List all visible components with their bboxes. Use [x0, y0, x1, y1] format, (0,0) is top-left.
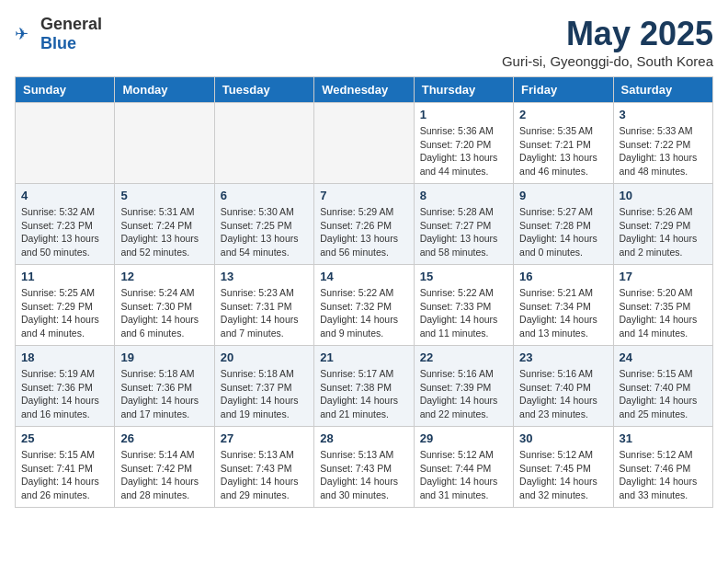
- day-number: 24: [620, 350, 707, 364]
- logo: ✈ General Blue: [15, 15, 102, 53]
- calendar-cell: 29Sunrise: 5:12 AM Sunset: 7:44 PM Dayli…: [414, 427, 513, 508]
- day-info: Sunrise: 5:29 AM Sunset: 7:26 PM Dayligh…: [320, 205, 407, 259]
- calendar-cell: 24Sunrise: 5:15 AM Sunset: 7:40 PM Dayli…: [613, 346, 712, 427]
- day-info: Sunrise: 5:28 AM Sunset: 7:27 PM Dayligh…: [420, 205, 507, 259]
- day-number: 13: [221, 270, 308, 283]
- calendar-cell: 22Sunrise: 5:16 AM Sunset: 7:39 PM Dayli…: [414, 346, 513, 427]
- day-number: 23: [519, 350, 607, 364]
- calendar-cell: 31Sunrise: 5:12 AM Sunset: 7:46 PM Dayli…: [613, 427, 712, 508]
- calendar-subtitle: Guri-si, Gyeonggi-do, South Korea: [502, 53, 713, 69]
- calendar-cell: 14Sunrise: 5:22 AM Sunset: 7:32 PM Dayli…: [314, 265, 414, 346]
- day-number: 27: [221, 431, 308, 445]
- header-wednesday: Wednesday: [314, 77, 414, 103]
- logo-icon: ✈: [15, 23, 37, 45]
- day-number: 19: [120, 350, 208, 364]
- calendar-cell: 16Sunrise: 5:21 AM Sunset: 7:34 PM Dayli…: [514, 265, 613, 346]
- day-number: 17: [620, 270, 707, 283]
- calendar-cell: 13Sunrise: 5:23 AM Sunset: 7:31 PM Dayli…: [214, 265, 313, 346]
- day-number: 9: [519, 189, 607, 202]
- day-info: Sunrise: 5:23 AM Sunset: 7:31 PM Dayligh…: [221, 286, 308, 340]
- calendar-cell: 3Sunrise: 5:33 AM Sunset: 7:22 PM Daylig…: [613, 103, 712, 184]
- day-number: 3: [620, 108, 707, 121]
- day-info: Sunrise: 5:22 AM Sunset: 7:32 PM Dayligh…: [320, 286, 407, 340]
- logo-general: General: [40, 15, 102, 33]
- day-info: Sunrise: 5:25 AM Sunset: 7:29 PM Dayligh…: [21, 286, 108, 340]
- day-info: Sunrise: 5:18 AM Sunset: 7:36 PM Dayligh…: [120, 367, 208, 421]
- day-number: 25: [21, 431, 108, 445]
- calendar-cell: 27Sunrise: 5:13 AM Sunset: 7:43 PM Dayli…: [214, 427, 313, 508]
- day-info: Sunrise: 5:20 AM Sunset: 7:35 PM Dayligh…: [620, 286, 707, 340]
- week-row-5: 25Sunrise: 5:15 AM Sunset: 7:41 PM Dayli…: [16, 427, 713, 508]
- calendar-cell: 26Sunrise: 5:14 AM Sunset: 7:42 PM Dayli…: [115, 427, 214, 508]
- day-number: 4: [21, 189, 108, 202]
- calendar-cell: [214, 103, 313, 184]
- day-info: Sunrise: 5:24 AM Sunset: 7:30 PM Dayligh…: [120, 286, 208, 340]
- day-number: 18: [21, 350, 108, 364]
- day-number: 5: [120, 189, 208, 202]
- page-header: ✈ General Blue May 2025 Guri-si, Gyeongg…: [15, 15, 713, 69]
- day-info: Sunrise: 5:15 AM Sunset: 7:40 PM Dayligh…: [620, 367, 707, 421]
- calendar-cell: [115, 103, 214, 184]
- header-monday: Monday: [115, 77, 214, 103]
- calendar-cell: 21Sunrise: 5:17 AM Sunset: 7:38 PM Dayli…: [314, 346, 414, 427]
- calendar-cell: 20Sunrise: 5:18 AM Sunset: 7:37 PM Dayli…: [214, 346, 313, 427]
- day-number: 15: [420, 270, 507, 283]
- day-info: Sunrise: 5:14 AM Sunset: 7:42 PM Dayligh…: [120, 448, 208, 502]
- calendar-cell: 10Sunrise: 5:26 AM Sunset: 7:29 PM Dayli…: [613, 184, 712, 265]
- day-info: Sunrise: 5:26 AM Sunset: 7:29 PM Dayligh…: [620, 205, 707, 259]
- header-row: SundayMondayTuesdayWednesdayThursdayFrid…: [16, 77, 713, 103]
- day-info: Sunrise: 5:33 AM Sunset: 7:22 PM Dayligh…: [620, 124, 707, 178]
- week-row-4: 18Sunrise: 5:19 AM Sunset: 7:36 PM Dayli…: [16, 346, 713, 427]
- day-number: 28: [320, 431, 407, 445]
- logo-blue: Blue: [40, 34, 76, 52]
- day-info: Sunrise: 5:31 AM Sunset: 7:24 PM Dayligh…: [120, 205, 208, 259]
- calendar-cell: 1Sunrise: 5:36 AM Sunset: 7:20 PM Daylig…: [414, 103, 513, 184]
- calendar-cell: 23Sunrise: 5:16 AM Sunset: 7:40 PM Dayli…: [514, 346, 613, 427]
- day-info: Sunrise: 5:32 AM Sunset: 7:23 PM Dayligh…: [21, 205, 108, 259]
- calendar-cell: 17Sunrise: 5:20 AM Sunset: 7:35 PM Dayli…: [613, 265, 712, 346]
- day-info: Sunrise: 5:15 AM Sunset: 7:41 PM Dayligh…: [21, 448, 108, 502]
- calendar-cell: 25Sunrise: 5:15 AM Sunset: 7:41 PM Dayli…: [16, 427, 115, 508]
- day-info: Sunrise: 5:19 AM Sunset: 7:36 PM Dayligh…: [21, 367, 108, 421]
- day-info: Sunrise: 5:18 AM Sunset: 7:37 PM Dayligh…: [221, 367, 308, 421]
- day-number: 31: [620, 431, 707, 445]
- day-info: Sunrise: 5:36 AM Sunset: 7:20 PM Dayligh…: [420, 124, 507, 178]
- calendar-cell: 7Sunrise: 5:29 AM Sunset: 7:26 PM Daylig…: [314, 184, 414, 265]
- day-number: 21: [320, 350, 407, 364]
- calendar-cell: 11Sunrise: 5:25 AM Sunset: 7:29 PM Dayli…: [16, 265, 115, 346]
- day-info: Sunrise: 5:30 AM Sunset: 7:25 PM Dayligh…: [221, 205, 308, 259]
- day-number: 8: [420, 189, 507, 202]
- day-info: Sunrise: 5:22 AM Sunset: 7:33 PM Dayligh…: [420, 286, 507, 340]
- day-info: Sunrise: 5:21 AM Sunset: 7:34 PM Dayligh…: [519, 286, 607, 340]
- day-number: 20: [221, 350, 308, 364]
- svg-text:✈: ✈: [15, 25, 28, 43]
- day-info: Sunrise: 5:27 AM Sunset: 7:28 PM Dayligh…: [519, 205, 607, 259]
- calendar-cell: 9Sunrise: 5:27 AM Sunset: 7:28 PM Daylig…: [514, 184, 613, 265]
- day-number: 12: [120, 270, 208, 283]
- calendar-cell: [314, 103, 414, 184]
- header-thursday: Thursday: [414, 77, 513, 103]
- day-info: Sunrise: 5:17 AM Sunset: 7:38 PM Dayligh…: [320, 367, 407, 421]
- day-number: 7: [320, 189, 407, 202]
- title-block: May 2025 Guri-si, Gyeonggi-do, South Kor…: [502, 15, 713, 69]
- day-number: 11: [21, 270, 108, 283]
- calendar-table: SundayMondayTuesdayWednesdayThursdayFrid…: [15, 76, 713, 508]
- calendar-cell: 28Sunrise: 5:13 AM Sunset: 7:43 PM Dayli…: [314, 427, 414, 508]
- day-number: 26: [120, 431, 208, 445]
- header-friday: Friday: [514, 77, 613, 103]
- day-info: Sunrise: 5:13 AM Sunset: 7:43 PM Dayligh…: [221, 448, 308, 502]
- calendar-cell: 6Sunrise: 5:30 AM Sunset: 7:25 PM Daylig…: [214, 184, 313, 265]
- day-info: Sunrise: 5:12 AM Sunset: 7:44 PM Dayligh…: [420, 448, 507, 502]
- calendar-cell: 4Sunrise: 5:32 AM Sunset: 7:23 PM Daylig…: [16, 184, 115, 265]
- calendar-title: May 2025: [502, 15, 713, 53]
- calendar-cell: 18Sunrise: 5:19 AM Sunset: 7:36 PM Dayli…: [16, 346, 115, 427]
- header-sunday: Sunday: [16, 77, 115, 103]
- day-info: Sunrise: 5:12 AM Sunset: 7:45 PM Dayligh…: [519, 448, 607, 502]
- week-row-3: 11Sunrise: 5:25 AM Sunset: 7:29 PM Dayli…: [16, 265, 713, 346]
- week-row-1: 1Sunrise: 5:36 AM Sunset: 7:20 PM Daylig…: [16, 103, 713, 184]
- day-number: 2: [519, 108, 607, 121]
- day-number: 10: [620, 189, 707, 202]
- calendar-cell: [16, 103, 115, 184]
- day-info: Sunrise: 5:12 AM Sunset: 7:46 PM Dayligh…: [620, 448, 707, 502]
- header-tuesday: Tuesday: [214, 77, 313, 103]
